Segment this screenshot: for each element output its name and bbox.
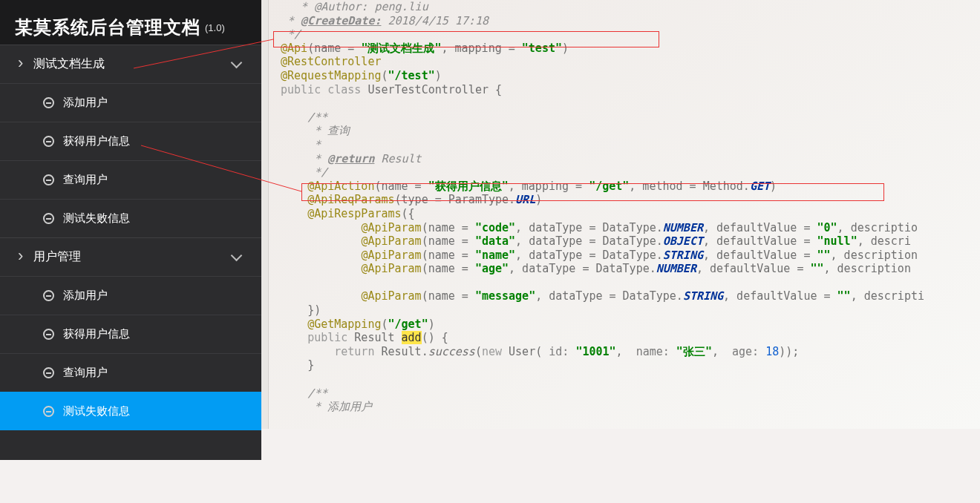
minus-circle-icon bbox=[43, 329, 54, 340]
minus-circle-icon bbox=[43, 290, 54, 301]
sidebar-item-test-fail-2[interactable]: 测试失败信息 bbox=[0, 392, 261, 430]
editor-gutter bbox=[261, 0, 269, 429]
minus-circle-icon bbox=[43, 406, 54, 417]
sidebar-item-label: 测试失败信息 bbox=[63, 404, 130, 418]
chevron-right-icon bbox=[18, 249, 23, 266]
minus-circle-icon bbox=[43, 97, 54, 108]
sidebar-item-query-user[interactable]: 查询用户 bbox=[0, 160, 261, 199]
app-title: 某莫系统后台管理文档 bbox=[15, 16, 200, 39]
sidebar-item-label: 获得用户信息 bbox=[63, 134, 130, 148]
chevron-up-icon bbox=[231, 250, 243, 262]
sidebar-item-add-user-2[interactable]: 添加用户 bbox=[0, 276, 261, 315]
code-content: * @Author: peng.liu * @CreateDate: 2018/… bbox=[281, 0, 980, 414]
sidebar-group-test-doc[interactable]: 测试文档生成 bbox=[0, 45, 261, 83]
sidebar-item-label: 获得用户信息 bbox=[63, 327, 130, 341]
sidebar-item-label: 添加用户 bbox=[63, 96, 108, 110]
sidebar-item-query-user-2[interactable]: 查询用户 bbox=[0, 353, 261, 392]
sidebar-item-add-user[interactable]: 添加用户 bbox=[0, 83, 261, 122]
sidebar-item-get-user-info[interactable]: 获得用户信息 bbox=[0, 122, 261, 160]
sidebar-item-test-fail[interactable]: 测试失败信息 bbox=[0, 199, 261, 237]
code-editor[interactable]: * @Author: peng.liu * @CreateDate: 2018/… bbox=[261, 0, 980, 429]
minus-circle-icon bbox=[43, 213, 54, 224]
minus-circle-icon bbox=[43, 367, 54, 378]
sidebar-item-label: 测试失败信息 bbox=[63, 211, 130, 226]
sidebar-group-label: 测试文档生成 bbox=[33, 56, 105, 72]
sidebar-header: 某莫系统后台管理文档 (1.0) bbox=[0, 0, 261, 45]
minus-circle-icon bbox=[43, 174, 54, 185]
sidebar-item-label: 查询用户 bbox=[63, 173, 108, 187]
sidebar-item-get-user-info-2[interactable]: 获得用户信息 bbox=[0, 315, 261, 353]
chevron-up-icon bbox=[231, 57, 243, 69]
sidebar-item-label: 添加用户 bbox=[63, 289, 108, 303]
chevron-right-icon bbox=[18, 56, 23, 73]
minus-circle-icon bbox=[43, 136, 54, 147]
sidebar-group-label: 用户管理 bbox=[33, 249, 81, 265]
sidebar-group-user-mgmt[interactable]: 用户管理 bbox=[0, 237, 261, 276]
app-version: (1.0) bbox=[205, 22, 225, 33]
sidebar: 某莫系统后台管理文档 (1.0) 测试文档生成 添加用户 获得用户信息 查询用户… bbox=[0, 0, 261, 460]
sidebar-item-label: 查询用户 bbox=[63, 366, 108, 380]
